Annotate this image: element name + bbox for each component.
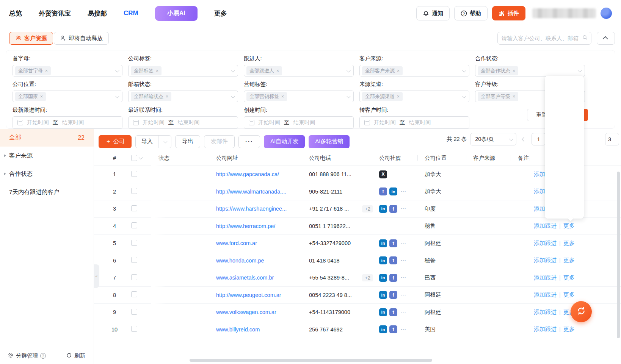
refresh-button[interactable]: 刷新	[66, 352, 85, 359]
row-more-link[interactable]: 更多	[563, 291, 575, 298]
filter-select[interactable]: 全部营销标签 ×	[244, 91, 354, 102]
nav-item[interactable]: 总览	[9, 9, 22, 18]
filter-select[interactable]: 全部跟进人 ×	[244, 65, 354, 77]
notifications-button[interactable]: 通知	[416, 6, 450, 20]
search-input[interactable]	[502, 35, 582, 41]
chip-close-icon[interactable]: ×	[397, 94, 400, 99]
filter-chip[interactable]: 全部标签 ×	[131, 66, 162, 75]
page-edge-button[interactable]: 3	[605, 133, 619, 145]
group-manage-button[interactable]: 分群管理 ?	[8, 352, 46, 359]
chip-close-icon[interactable]: ×	[166, 94, 168, 99]
sidebar-group-item[interactable]: 客户来源	[0, 147, 94, 165]
ai-develop-button[interactable]: AI自动开发	[264, 135, 305, 148]
nav-item[interactable]: 外贸资讯宝	[39, 9, 71, 18]
tab-auto-release[interactable]: 即将自动释放	[54, 32, 109, 45]
nav-item[interactable]: 易搜邮	[88, 9, 107, 18]
facebook-icon[interactable]: f	[389, 274, 397, 282]
help-circle-icon[interactable]: ?	[40, 353, 46, 359]
filter-chip[interactable]: 全部国家 ×	[15, 92, 46, 101]
row-checkbox[interactable]	[131, 188, 137, 194]
sidebar-collapse-handle[interactable]: «	[94, 264, 99, 288]
filter-select[interactable]: 全部标签 ×	[128, 65, 238, 77]
company-website-link[interactable]: www.ford.com.ar	[216, 240, 257, 246]
context-menu-item[interactable]	[545, 106, 584, 120]
filter-select[interactable]: 全部国家 ×	[13, 91, 122, 102]
context-menu-item[interactable]	[545, 120, 584, 134]
select-all-checkbox[interactable]	[131, 155, 137, 161]
row-checkbox[interactable]	[131, 222, 137, 228]
horizontal-scrollbar[interactable]	[190, 359, 432, 362]
vertical-scrollbar[interactable]	[617, 172, 620, 338]
linkedin-icon[interactable]: in	[379, 291, 387, 299]
company-website-link[interactable]: https://www.harshaenginee...	[216, 206, 287, 212]
company-website-link[interactable]: http://www.peugeot.com.ar	[216, 292, 281, 298]
row-checkbox[interactable]	[131, 240, 137, 246]
nav-item[interactable]: 更多	[214, 9, 227, 18]
company-website-link[interactable]: http://www.herracom.pe/	[216, 223, 275, 229]
user-name-blurred[interactable]	[532, 8, 596, 18]
date-range-input[interactable]: 开始时间 至 结束时间	[359, 116, 469, 129]
chip-close-icon[interactable]: ×	[156, 68, 158, 73]
row-checkbox[interactable]	[131, 274, 137, 280]
row-checkbox[interactable]	[131, 171, 137, 177]
filter-chip[interactable]: 全部来源渠道 ×	[362, 92, 403, 101]
context-menu-item[interactable]	[545, 78, 584, 92]
linkedin-icon[interactable]: in	[379, 274, 387, 282]
page-1-button[interactable]: 1	[532, 133, 546, 145]
facebook-icon[interactable]: f	[389, 256, 397, 264]
facebook-icon[interactable]: f	[389, 308, 397, 316]
facebook-icon[interactable]: f	[389, 325, 397, 333]
more-social-icon[interactable]: ···	[400, 187, 408, 195]
filter-select[interactable]: 全部首字母 ×	[13, 65, 122, 77]
more-social-icon[interactable]: ···	[400, 274, 408, 282]
floating-sync-button[interactable]	[571, 301, 592, 322]
add-follow-up-link[interactable]: 添加跟进	[534, 291, 557, 298]
nav-item[interactable]: CRM	[124, 9, 138, 17]
phone-extra-badge[interactable]: +2	[362, 274, 373, 281]
row-checkbox[interactable]	[131, 257, 137, 263]
more-actions-button[interactable]: ···	[238, 135, 260, 148]
tab-customer-resources[interactable]: 客户资源	[9, 32, 53, 45]
row-checkbox[interactable]	[131, 291, 137, 297]
add-company-button[interactable]: ＋ 公司	[99, 135, 132, 148]
context-menu-item[interactable]	[545, 203, 584, 217]
filter-chip[interactable]: 全部跟进人 ×	[246, 66, 282, 75]
filter-chip[interactable]: 全部首字母 ×	[15, 66, 51, 75]
context-menu-item[interactable]	[545, 147, 584, 161]
more-social-icon[interactable]: ···	[400, 291, 408, 299]
more-social-icon[interactable]: ···	[400, 256, 408, 264]
linkedin-icon[interactable]: in	[379, 308, 387, 316]
context-menu-item[interactable]	[545, 133, 584, 147]
plugin-button[interactable]: 插件	[492, 6, 525, 20]
filter-select[interactable]: 全部合作状态 ×	[475, 65, 585, 77]
row-more-link[interactable]: 更多	[563, 326, 575, 332]
search-icon[interactable]	[582, 34, 588, 42]
import-dropdown-button[interactable]	[158, 136, 171, 148]
facebook-icon[interactable]: f	[389, 291, 397, 299]
filter-select[interactable]: 全部来源渠道 ×	[359, 91, 469, 102]
filter-select[interactable]: 全部客户来源 ×	[359, 65, 469, 77]
help-button[interactable]: ? 帮助	[454, 6, 488, 20]
ai-marketing-button[interactable]: AI多轮营销	[309, 135, 350, 148]
row-more-link[interactable]: 更多	[563, 222, 575, 229]
facebook-icon[interactable]: f	[389, 205, 397, 213]
more-social-icon[interactable]: ···	[400, 325, 408, 333]
linkedin-icon[interactable]: in	[379, 205, 387, 213]
linkedin-icon[interactable]: in	[379, 325, 387, 333]
company-website-link[interactable]: www.honda.com.pe	[216, 258, 264, 264]
chevron-down-icon[interactable]	[139, 155, 143, 159]
export-button[interactable]: 导出	[175, 135, 200, 148]
page-size-select[interactable]: 20条/页	[470, 133, 516, 145]
linkedin-icon[interactable]: in	[389, 187, 397, 195]
linkedin-icon[interactable]: in	[379, 256, 387, 264]
date-range-input[interactable]: 开始时间 至 结束时间	[244, 116, 354, 129]
context-menu-item[interactable]	[545, 161, 584, 175]
filter-chip[interactable]: 全部客户等级 ×	[478, 92, 518, 101]
filter-chip[interactable]: 全部营销标签 ×	[246, 92, 287, 101]
filter-chip[interactable]: 全部合作状态 ×	[478, 66, 518, 75]
filter-chip[interactable]: 全部客户来源 ×	[362, 66, 403, 75]
avatar[interactable]	[601, 8, 612, 19]
row-checkbox[interactable]	[131, 205, 137, 211]
company-website-link[interactable]: www.billyreid.com	[216, 327, 260, 333]
sidebar-group-item[interactable]: 7天内有跟进的客户	[0, 183, 94, 201]
